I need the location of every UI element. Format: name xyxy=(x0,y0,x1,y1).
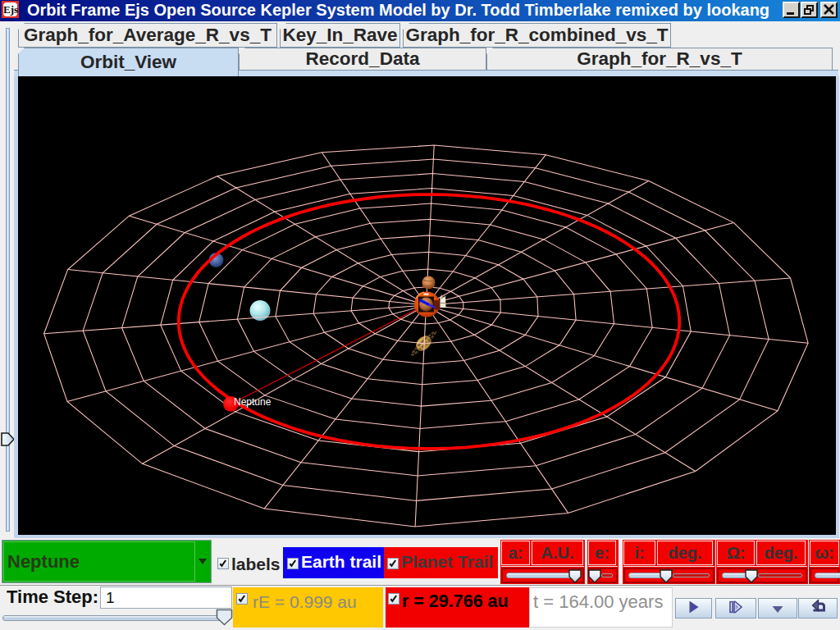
svg-text:Neptune: Neptune xyxy=(234,396,272,408)
